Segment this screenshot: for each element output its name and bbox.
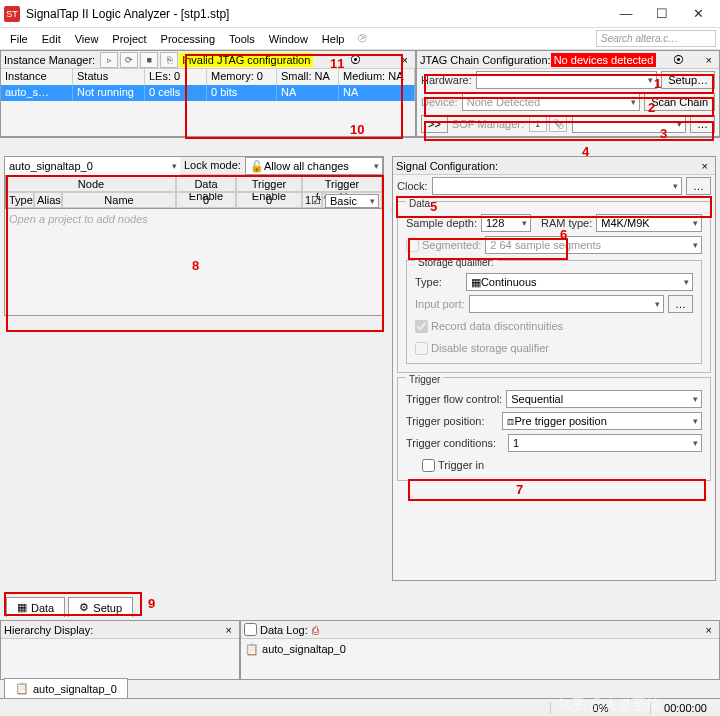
- val-data-enable: 0: [176, 192, 236, 208]
- menu-tools[interactable]: Tools: [223, 31, 261, 47]
- menu-processing[interactable]: Processing: [155, 31, 221, 47]
- search-input[interactable]: Search altera.c…: [596, 30, 716, 47]
- trigger-legend: Trigger: [406, 374, 443, 385]
- lockmode-label: Lock mode:: [180, 157, 245, 174]
- trigger-in-label: Trigger in: [438, 459, 484, 471]
- basic-select[interactable]: Basic: [325, 194, 379, 208]
- menu-edit[interactable]: Edit: [36, 31, 67, 47]
- sq-type-value: Continuous: [481, 276, 537, 288]
- disable-sq-checkbox: [415, 342, 428, 355]
- flow-select[interactable]: Sequential: [506, 390, 702, 408]
- tab-data-label: Data: [31, 602, 54, 614]
- help-icon[interactable]: ⦿: [669, 54, 688, 66]
- clock-label: Clock:: [397, 180, 428, 192]
- instance-select[interactable]: auto_signaltap_0: [5, 157, 180, 175]
- sq-type-select[interactable]: ▦ Continuous: [466, 273, 693, 291]
- app-icon: ST: [4, 6, 20, 22]
- row-name: auto_s…: [1, 85, 73, 101]
- hdr-name[interactable]: Name: [62, 192, 176, 208]
- input-port-label: Input port:: [415, 298, 465, 310]
- lockmode-value: Allow all changes: [264, 160, 349, 172]
- jtag-status-badge: No devices detected: [551, 53, 657, 67]
- run-icon[interactable]: ▹: [100, 52, 118, 68]
- download-icon[interactable]: ⤓: [529, 116, 547, 132]
- hdr-trigger-enable[interactable]: Trigger Enable: [236, 176, 302, 192]
- datalog-item[interactable]: auto_signaltap_0: [262, 643, 346, 655]
- trigger-pos-value: Pre trigger position: [514, 415, 606, 427]
- close-icon[interactable]: ×: [702, 624, 716, 636]
- jtag-chain-pane: JTAG Chain Configuration: No devices det…: [416, 50, 720, 137]
- menu-window[interactable]: Window: [263, 31, 314, 47]
- menu-view[interactable]: View: [69, 31, 105, 47]
- annotation-3: 3: [660, 126, 667, 141]
- hdr-node[interactable]: Node: [6, 176, 176, 192]
- run-all-icon[interactable]: ⟳: [120, 52, 138, 68]
- close-icon[interactable]: ×: [398, 54, 412, 66]
- hdr-alias[interactable]: Alias: [34, 192, 62, 208]
- clock-field[interactable]: [432, 177, 682, 195]
- minimize-button[interactable]: —: [608, 3, 644, 25]
- col-instance[interactable]: Instance: [1, 69, 73, 85]
- sof-browse-button[interactable]: …: [690, 115, 715, 133]
- jtag-status-text: Invalid JTAG configuration: [179, 53, 313, 67]
- datalog-icon[interactable]: ⎙: [312, 624, 319, 636]
- annotation-7: 7: [516, 482, 523, 497]
- segmented-select: 2 64 sample segments: [485, 236, 702, 254]
- input-port-browse[interactable]: …: [668, 295, 693, 313]
- val-trigger-enable: 0: [236, 192, 302, 208]
- jtag-label: JTAG Chain Configuration:: [420, 54, 551, 66]
- close-icon[interactable]: ×: [222, 624, 236, 636]
- hdr-type[interactable]: Type: [6, 192, 34, 208]
- stop-icon[interactable]: ■: [140, 52, 158, 68]
- disable-sq-label: Disable storage qualifier: [431, 342, 549, 354]
- sof-field[interactable]: [572, 115, 686, 133]
- annotation-8: 8: [192, 258, 199, 273]
- collapse-button[interactable]: >>: [421, 115, 448, 133]
- hdr-trigger-conditions[interactable]: Trigger Conditions: [302, 176, 382, 192]
- tab-data[interactable]: ▦ Data: [6, 597, 65, 617]
- segmented-checkbox[interactable]: [406, 239, 419, 252]
- hdr-data-enable[interactable]: Data Enable: [176, 176, 236, 192]
- read-icon[interactable]: ⎘: [160, 52, 178, 68]
- ram-type-select[interactable]: M4K/M9K: [596, 214, 702, 232]
- watermark: 知乎 @大道至简: [558, 696, 660, 714]
- trigger-pos-label: Trigger position:: [406, 415, 484, 427]
- annotation-4: 4: [582, 144, 589, 159]
- col-memory[interactable]: Memory: 0: [207, 69, 277, 85]
- trigger-cond-select[interactable]: 1: [508, 434, 702, 452]
- hardware-select[interactable]: [476, 71, 658, 89]
- device-select[interactable]: None Detected: [462, 93, 640, 111]
- attach-icon[interactable]: 📎: [549, 116, 567, 132]
- maximize-button[interactable]: ☐: [644, 3, 680, 25]
- setup-button[interactable]: Setup…: [661, 71, 715, 89]
- bottom-tab[interactable]: 📋 auto_signaltap_0: [4, 678, 128, 698]
- col-medium[interactable]: Medium: NA: [339, 69, 415, 85]
- sample-depth-select[interactable]: 128: [481, 214, 531, 232]
- trigger-in-checkbox[interactable]: [422, 459, 435, 472]
- menu-help[interactable]: Help: [316, 31, 351, 47]
- tab-setup[interactable]: ⚙ Setup: [68, 597, 133, 617]
- col-les[interactable]: LEs: 0: [145, 69, 207, 85]
- clock-browse-button[interactable]: …: [686, 177, 711, 195]
- instance-row[interactable]: auto_s… Not running 0 cells 0 bits NA NA: [1, 85, 415, 101]
- menu-project[interactable]: Project: [106, 31, 152, 47]
- col-small[interactable]: Small: NA: [277, 69, 339, 85]
- annotation-1: 1: [654, 76, 661, 91]
- datalog-checkbox[interactable]: [244, 623, 257, 636]
- row-memory: 0 bits: [207, 85, 277, 101]
- row-les: 0 cells: [145, 85, 207, 101]
- menu-file[interactable]: File: [4, 31, 34, 47]
- device-label: Device:: [421, 96, 458, 108]
- close-icon[interactable]: ×: [702, 54, 716, 66]
- col-status[interactable]: Status: [73, 69, 145, 85]
- close-icon[interactable]: ×: [698, 160, 712, 172]
- help-icon[interactable]: ⦿: [346, 54, 365, 66]
- close-button[interactable]: ✕: [680, 3, 716, 25]
- hierarchy-title: Hierarchy Display:: [4, 624, 93, 636]
- record-label: Record data discontinuities: [431, 320, 563, 332]
- trigger-pos-select[interactable]: ⧈ Pre trigger position: [502, 412, 702, 430]
- datalog-title: Data Log:: [260, 624, 308, 636]
- help-icon[interactable]: ⧁: [352, 30, 373, 47]
- status-time: 00:00:00: [650, 702, 720, 714]
- lockmode-select[interactable]: 🔓 Allow all changes: [245, 157, 383, 175]
